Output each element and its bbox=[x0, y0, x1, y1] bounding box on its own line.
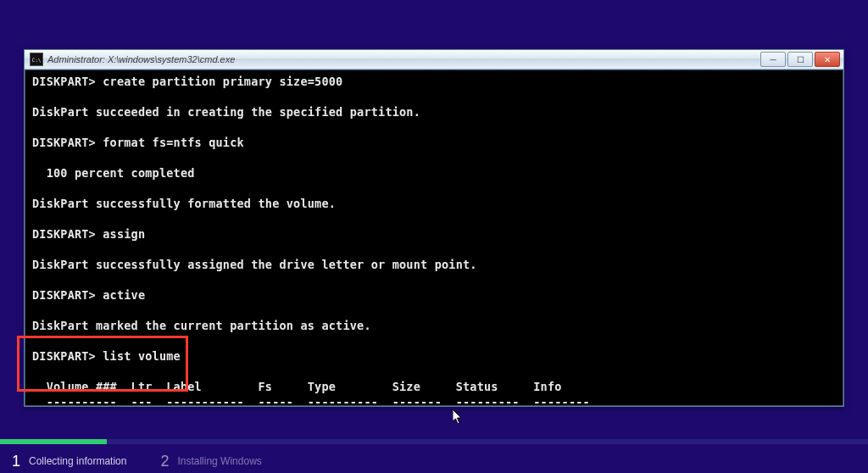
maximize-button[interactable]: ☐ bbox=[787, 52, 813, 67]
step-label: Installing Windows bbox=[177, 455, 261, 467]
terminal-output[interactable]: DISKPART> create partition primary size=… bbox=[25, 70, 843, 406]
cmd-window: Administrator: X:\windows\system32\cmd.e… bbox=[24, 49, 844, 407]
setup-steps-bar: 1 Collecting information 2 Installing Wi… bbox=[0, 449, 868, 473]
window-title: Administrator: X:\windows\system32\cmd.e… bbox=[47, 54, 760, 64]
step-number: 2 bbox=[160, 453, 169, 470]
close-button[interactable]: ✕ bbox=[815, 52, 840, 67]
minimize-button[interactable]: ─ bbox=[760, 52, 786, 67]
setup-step-1: 1 Collecting information bbox=[12, 453, 126, 470]
mouse-cursor-icon bbox=[453, 409, 463, 425]
setup-step-2: 2 Installing Windows bbox=[160, 453, 261, 470]
setup-progress-fill bbox=[0, 439, 107, 444]
step-number: 1 bbox=[12, 453, 20, 470]
step-label: Collecting information bbox=[29, 455, 126, 467]
setup-progress-track bbox=[0, 439, 868, 444]
cmd-icon bbox=[30, 53, 43, 66]
window-controls: ─ ☐ ✕ bbox=[760, 52, 840, 67]
titlebar[interactable]: Administrator: X:\windows\system32\cmd.e… bbox=[25, 50, 843, 70]
